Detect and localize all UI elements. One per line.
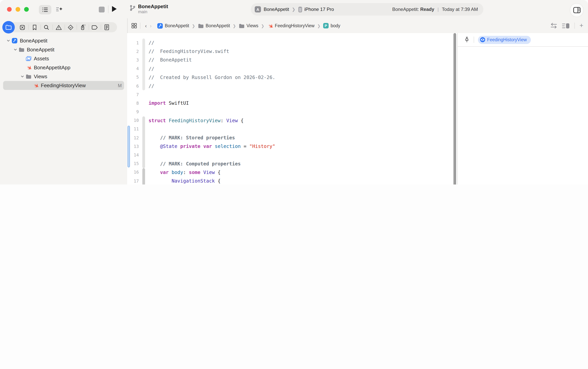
code-text: import SwiftUI — [148, 101, 189, 106]
code-line[interactable]: 13 @State private var selection = "Histo… — [127, 142, 457, 151]
navigator-tab-debug[interactable] — [77, 21, 89, 33]
line-number[interactable]: 16 — [127, 170, 139, 175]
minimize-window-button[interactable] — [16, 7, 20, 12]
breadcrumb-separator: ❯ — [233, 23, 236, 28]
svg-text:P: P — [325, 24, 327, 28]
preview-target-pill[interactable]: FeedingHistoryView — [478, 36, 531, 44]
code-line[interactable]: 2// FeedingHistoryView.swift — [127, 47, 457, 56]
scheme-status-pill[interactable]: A BoneAppetit ❯ iPhone 17 Pro BoneAppeti… — [251, 3, 483, 16]
code-line[interactable]: 14 — [127, 151, 457, 159]
source-control-change-bar[interactable] — [127, 126, 130, 167]
project-title: BoneAppetit — [138, 3, 168, 9]
code-line[interactable]: 4// — [127, 64, 457, 73]
navigator-toggle-button[interactable] — [39, 5, 51, 14]
code-line[interactable]: 5// Created by Russell Gordon on 2026-02… — [127, 73, 457, 82]
breadcrumb-item-views[interactable]: Views — [239, 23, 258, 28]
source-editor[interactable]: 1//2// FeedingHistoryView.swift3// BoneA… — [127, 33, 457, 184]
folder-icon — [18, 47, 25, 52]
navigator-tab-bookmarks[interactable] — [28, 21, 40, 33]
change-ribbon — [142, 73, 145, 82]
breadcrumb-item-boneappetit[interactable]: BoneAppetit — [157, 23, 189, 29]
related-items-grid-icon[interactable] — [131, 23, 137, 28]
run-button[interactable] — [111, 5, 118, 14]
navigator-tab-search[interactable] — [40, 21, 52, 33]
code-area: 1//2// FeedingHistoryView.swift3// BoneA… — [127, 39, 457, 184]
line-number[interactable]: 10 — [127, 118, 139, 123]
code-line[interactable]: 17 NavigationStack { — [127, 177, 457, 184]
swap-editors-icon[interactable] — [550, 23, 557, 29]
change-ribbon — [142, 133, 145, 142]
code-line[interactable]: 1// — [127, 39, 457, 47]
navigator-tab-breakpoints[interactable] — [89, 21, 101, 33]
code-text: // — [148, 40, 154, 46]
run-destination[interactable]: iPhone 17 Pro — [304, 7, 334, 12]
line-number[interactable]: 8 — [127, 101, 139, 106]
zoom-window-button[interactable] — [24, 7, 29, 12]
sidebar-item-boneappetitapp[interactable]: BoneAppetitApp — [0, 63, 127, 72]
editor-layout-icon[interactable] — [562, 23, 570, 29]
line-number[interactable]: 7 — [127, 92, 139, 97]
line-number[interactable]: 5 — [127, 75, 139, 80]
add-editor-icon[interactable]: + — [579, 22, 583, 30]
sidebar-item-label: BoneAppetit — [27, 47, 54, 52]
scheme-name[interactable]: BoneAppetit — [264, 7, 289, 12]
sidebar-item-views[interactable]: Views — [0, 72, 127, 81]
code-line[interactable]: 12 // MARK: Stored properties — [127, 133, 457, 142]
bulleted-list-icon — [42, 7, 48, 12]
sidebar-item-boneappetit[interactable]: BoneAppetit — [0, 36, 127, 45]
line-number[interactable]: 1 — [127, 40, 139, 45]
navigator-tab-issues[interactable] — [52, 21, 65, 33]
pin-icon[interactable] — [464, 37, 470, 43]
change-ribbon — [142, 116, 145, 125]
navigator-tab-reports[interactable] — [101, 21, 113, 33]
breadcrumb-item-boneappetit[interactable]: BoneAppetit — [198, 23, 230, 28]
navigate-back-button[interactable]: ‹ — [145, 23, 147, 29]
project-branch-block[interactable]: BoneAppetit main — [129, 3, 168, 14]
xcode-icon — [11, 38, 18, 44]
sidebar-item-feedinghistoryview[interactable]: FeedingHistoryViewM — [0, 81, 127, 90]
navigator-tab-recent[interactable] — [16, 21, 28, 33]
line-number[interactable]: 3 — [127, 58, 139, 63]
change-ribbon — [142, 82, 145, 90]
assets-icon — [25, 56, 32, 61]
editor-options: + — [550, 18, 583, 33]
code-line[interactable]: 6// — [127, 82, 457, 90]
disclosure-chevron-icon[interactable] — [20, 75, 25, 78]
window-controls — [7, 7, 29, 12]
change-ribbon — [142, 39, 145, 47]
navigate-forward-button[interactable]: › — [150, 23, 152, 29]
navigator-tab-folder[interactable] — [2, 21, 15, 33]
sidebar-item-boneappetit[interactable]: BoneAppetit — [0, 45, 127, 54]
line-number[interactable]: 4 — [127, 66, 139, 71]
change-ribbon — [142, 108, 145, 116]
line-number[interactable]: 9 — [127, 109, 139, 114]
search-icon — [44, 24, 49, 30]
line-number[interactable]: 17 — [127, 178, 139, 184]
xcode-icon — [157, 23, 163, 29]
code-line[interactable]: 15 // MARK: Computed properties — [127, 159, 457, 168]
line-number[interactable]: 2 — [127, 49, 139, 54]
code-line[interactable]: 10struct FeedingHistoryView: View { — [127, 116, 457, 125]
breadcrumb-item-body[interactable]: Pbody — [323, 23, 340, 28]
code-line[interactable]: 7 — [127, 90, 457, 99]
close-window-button[interactable] — [7, 7, 12, 12]
code-line[interactable]: 8import SwiftUI — [127, 99, 457, 108]
breadcrumb-label: FeedingHistoryView — [275, 23, 314, 28]
editor-scrollbar[interactable] — [453, 33, 456, 184]
code-line[interactable]: 11 — [127, 125, 457, 133]
code-text: // MARK: Stored properties — [148, 135, 235, 141]
disclosure-chevron-icon[interactable] — [12, 48, 18, 51]
code-line[interactable]: 3// BoneAppetit — [127, 56, 457, 64]
sidebar-item-assets[interactable]: Assets — [0, 54, 127, 63]
breadcrumb-item-feedinghistoryview[interactable]: FeedingHistoryView — [267, 23, 314, 29]
ai-compose-button[interactable] — [54, 5, 65, 14]
stop-button[interactable] — [99, 7, 105, 12]
navigator-tab-tests[interactable] — [65, 21, 77, 33]
line-number[interactable]: 6 — [127, 83, 139, 89]
canvas-header-divider — [473, 37, 474, 43]
disclosure-chevron-icon[interactable] — [5, 39, 11, 42]
build-status: BoneAppetit: Ready | Today at 7:39 AM — [392, 7, 478, 12]
code-line[interactable]: 16 var body: some View { — [127, 168, 457, 177]
code-line[interactable]: 9 — [127, 108, 457, 116]
inspector-toggle-button[interactable] — [570, 3, 583, 17]
